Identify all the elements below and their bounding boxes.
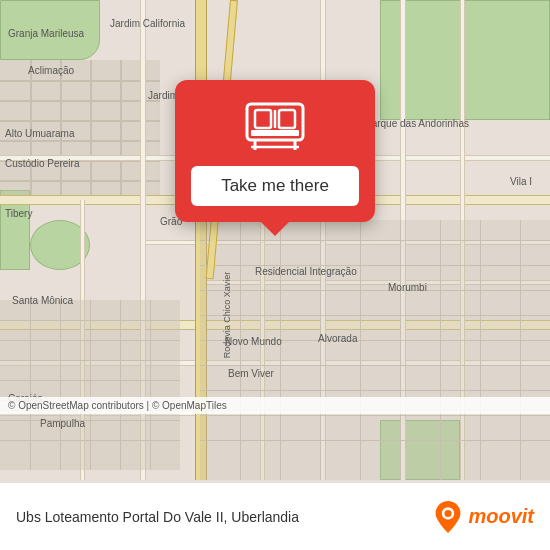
map-attribution: © OpenStreetMap contributors | © OpenMap… [0,397,550,414]
app: Granja Marileusa Jardim California Aclim… [0,0,550,550]
moovit-text: moovit [468,505,534,528]
svg-rect-1 [255,110,271,128]
moovit-logo: moovit [434,501,534,533]
moovit-pin-icon [434,501,462,533]
urban-block-nw [0,60,160,200]
attribution-text: © OpenStreetMap contributors | © OpenMap… [8,400,227,411]
bus-icon-container [243,100,307,154]
map-container[interactable]: Granja Marileusa Jardim California Aclim… [0,0,550,482]
svg-rect-4 [251,130,299,136]
urban-block-sw [0,300,180,470]
svg-rect-2 [279,110,295,128]
popup-card: Take me there [175,80,375,222]
green-area [0,0,100,60]
urban-block-se [200,220,550,480]
take-me-there-button[interactable]: Take me there [191,166,359,206]
place-name: Ubs Loteamento Portal Do Vale II, Uberla… [16,509,422,525]
svg-point-9 [445,509,452,516]
bottom-bar: Ubs Loteamento Portal Do Vale II, Uberla… [0,482,550,550]
